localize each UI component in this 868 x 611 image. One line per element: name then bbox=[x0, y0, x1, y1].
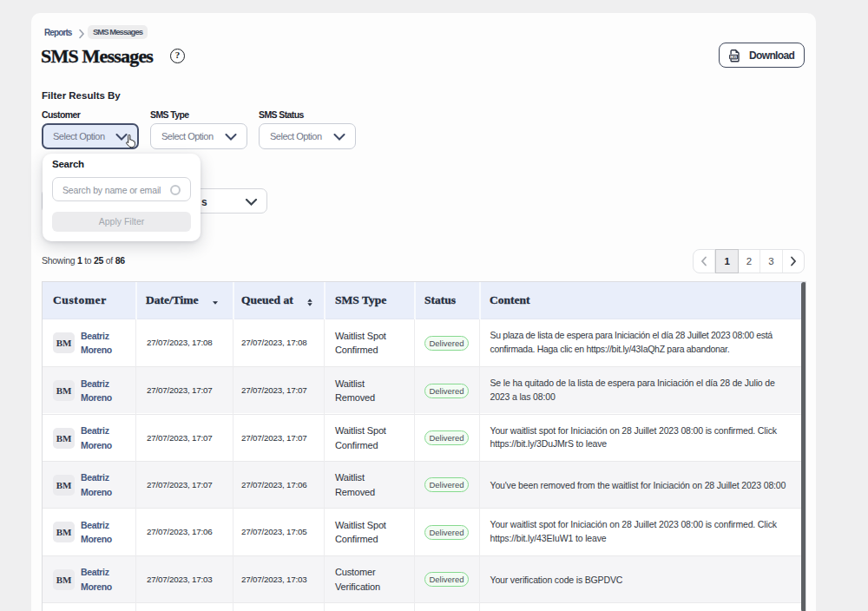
svg-text:CSV: CSV bbox=[730, 56, 737, 59]
